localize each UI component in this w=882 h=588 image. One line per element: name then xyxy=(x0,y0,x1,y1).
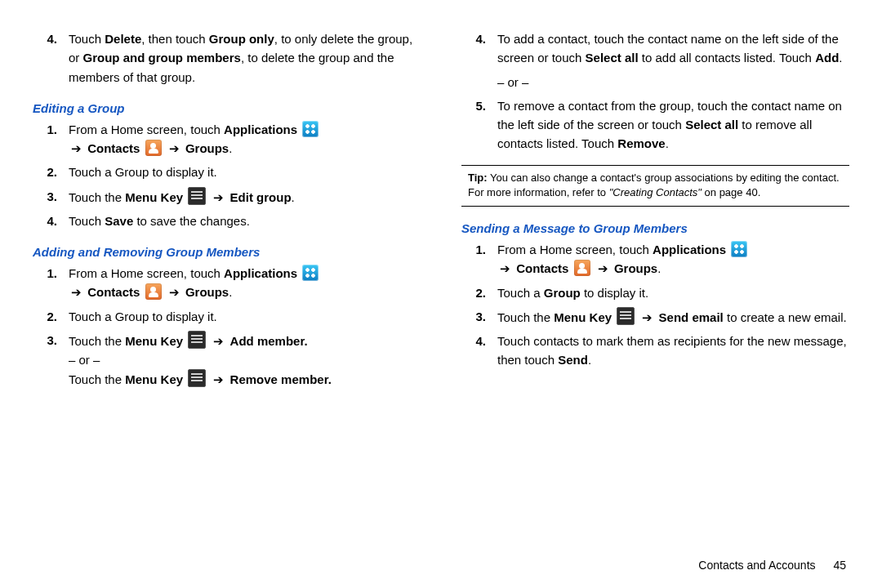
arrow-icon: ➔ xyxy=(213,372,224,386)
tip-box: Tip: You can also change a contact's gro… xyxy=(461,165,849,207)
list-body: Touch the Menu Key ➔ Send email to creat… xyxy=(497,307,849,327)
arrow-icon: ➔ xyxy=(598,261,608,275)
contacts-label: Contacts xyxy=(87,285,140,299)
applications-icon xyxy=(302,121,318,137)
text: . xyxy=(588,353,591,367)
list-item: 4. Touch contacts to mark them as recipi… xyxy=(461,332,849,370)
two-column-layout: 4. Touch Delete, then touch Group only, … xyxy=(33,24,849,550)
applications-label: Applications xyxy=(224,122,297,136)
list-item: 2. Touch a Group to display it. xyxy=(461,283,849,302)
text: Touch xyxy=(69,214,105,228)
select-all-label: Select all xyxy=(685,118,738,131)
text: Touch the xyxy=(497,310,554,324)
text: Touch contacts to mark them as recipient… xyxy=(497,334,847,367)
list-number: 1. xyxy=(33,264,69,302)
text: to save the changes. xyxy=(133,214,250,228)
list-number: 2. xyxy=(461,283,497,302)
contacts-label: Contacts xyxy=(87,141,140,155)
list-item: 2. Touch a Group to display it. xyxy=(33,307,421,326)
group-only-label: Group only xyxy=(209,32,274,46)
text: Touch the xyxy=(69,372,125,386)
groups-label: Groups xyxy=(185,285,229,299)
arrow-icon: ➔ xyxy=(169,141,180,155)
contacts-icon xyxy=(145,140,162,156)
or-divider: – or – xyxy=(497,73,849,91)
list-body: Touch Delete, then touch Group only, to … xyxy=(69,29,421,87)
list-body: To add a contact, touch the contact name… xyxy=(497,29,849,68)
list-number: 4. xyxy=(461,29,497,68)
list-body: Touch Save to save the changes. xyxy=(69,212,421,230)
footer-section-title: Contacts and Accounts xyxy=(698,559,815,572)
menu-key-icon xyxy=(188,187,206,205)
list-body: From a Home screen, touch Applications ➔… xyxy=(69,120,421,158)
list-item: 4. Touch Save to save the changes. xyxy=(33,212,421,230)
heading-sending-message: Sending a Message to Group Members xyxy=(461,221,849,235)
heading-editing-group: Editing a Group xyxy=(33,101,421,115)
list-body: Touch the Menu Key ➔ Add member. – or – … xyxy=(69,331,421,390)
list-body: Touch a Group to display it. xyxy=(497,283,849,302)
group-label: Group xyxy=(544,286,581,300)
list-item: 2. Touch a Group to display it. xyxy=(33,163,421,181)
list-body: Touch contacts to mark them as recipient… xyxy=(497,332,849,370)
menu-key-label: Menu Key xyxy=(125,334,183,348)
send-email-label: Send email xyxy=(659,310,724,324)
remove-member-label: Remove member. xyxy=(230,372,332,386)
applications-icon xyxy=(302,265,318,281)
list-number: 1. xyxy=(33,120,69,158)
text: From a Home screen, touch xyxy=(69,122,224,136)
text: to display it. xyxy=(581,286,648,300)
list-number: 5. xyxy=(461,96,497,154)
list-item: 3. Touch the Menu Key ➔ Add member. – or… xyxy=(33,331,421,390)
list-number: 3. xyxy=(33,187,69,207)
text: . xyxy=(666,136,669,150)
add-label: Add xyxy=(815,51,839,65)
list-item: 3. Touch the Menu Key ➔ Edit group. xyxy=(33,187,421,207)
list-number: 2. xyxy=(33,307,69,326)
list-number: 4. xyxy=(33,29,69,87)
group-and-members-label: Group and group members xyxy=(83,51,241,65)
remove-label: Remove xyxy=(617,136,665,150)
list-item: 4. Touch Delete, then touch Group only, … xyxy=(33,29,421,87)
text: . xyxy=(229,141,232,155)
arrow-icon: ➔ xyxy=(213,334,224,348)
groups-label: Groups xyxy=(614,261,657,275)
send-label: Send xyxy=(558,353,588,367)
page-footer: Contacts and Accounts 45 xyxy=(33,550,849,572)
tip-label: Tip: xyxy=(468,172,488,184)
groups-label: Groups xyxy=(185,141,229,155)
arrow-icon: ➔ xyxy=(213,190,224,204)
footer-page-number: 45 xyxy=(833,559,846,572)
contacts-icon xyxy=(574,260,590,276)
left-column: 4. Touch Delete, then touch Group only, … xyxy=(33,24,421,550)
list-body: From a Home screen, touch Applications ➔… xyxy=(497,240,849,278)
menu-key-label: Menu Key xyxy=(125,372,183,386)
list-body: To remove a contact from the group, touc… xyxy=(497,96,849,154)
menu-key-icon xyxy=(188,369,206,387)
text: Touch the xyxy=(69,190,125,204)
text: . xyxy=(292,190,295,204)
contacts-icon xyxy=(145,283,162,300)
menu-key-label: Menu Key xyxy=(125,190,183,204)
text: to add all contacts listed. Touch xyxy=(639,51,816,65)
select-all-label: Select all xyxy=(586,51,639,65)
text: . xyxy=(657,261,661,275)
applications-icon xyxy=(731,241,747,257)
text: . xyxy=(229,285,232,299)
list-number: 2. xyxy=(33,163,69,181)
text: on page 40. xyxy=(702,186,760,198)
list-number: 3. xyxy=(33,331,69,390)
text: . xyxy=(839,51,842,65)
page: 4. Touch Delete, then touch Group only, … xyxy=(0,0,882,588)
menu-key-icon xyxy=(617,307,635,325)
text: , then touch xyxy=(141,32,209,46)
list-number: 4. xyxy=(461,332,497,370)
text: Touch the xyxy=(69,334,125,348)
list-number: 4. xyxy=(33,212,69,230)
list-body: From a Home screen, touch Applications ➔… xyxy=(69,264,421,302)
list-body: Touch a Group to display it. xyxy=(69,163,421,181)
arrow-icon: ➔ xyxy=(169,285,180,299)
applications-label: Applications xyxy=(224,266,297,280)
menu-key-label: Menu Key xyxy=(554,310,612,324)
arrow-icon: ➔ xyxy=(500,261,510,275)
text: Touch a xyxy=(497,286,544,300)
